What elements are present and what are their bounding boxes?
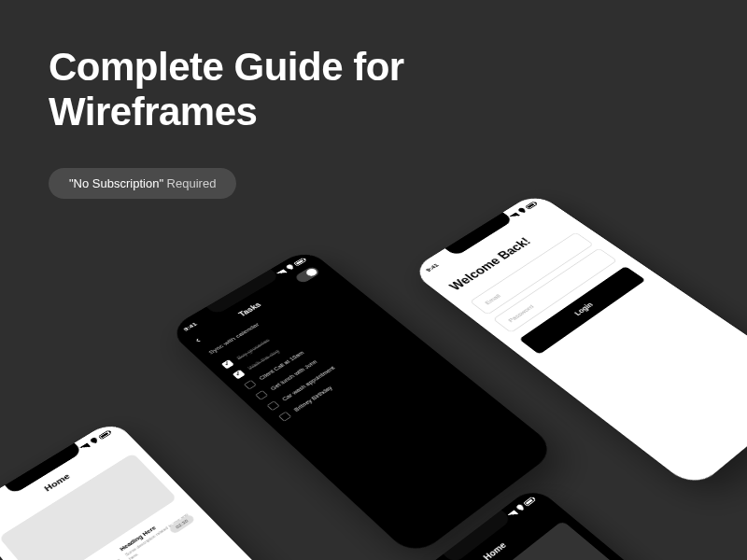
wifi-icon	[89, 438, 99, 445]
status-time: 9:41	[182, 321, 199, 332]
email-placeholder: Email	[483, 293, 501, 306]
task-checkbox[interactable]	[221, 359, 234, 369]
wifi-icon	[285, 264, 295, 271]
login-button-label: Login	[572, 301, 595, 317]
signal-icon	[276, 269, 287, 276]
status-indicators	[509, 202, 537, 219]
task-checkbox[interactable]	[233, 370, 246, 379]
page-title: Tasks	[237, 301, 262, 317]
wifi-icon	[517, 207, 527, 214]
task-checkbox[interactable]	[244, 380, 257, 390]
signal-icon	[79, 442, 90, 451]
battery-icon	[98, 430, 111, 440]
status-indicators	[508, 497, 536, 518]
task-checkbox[interactable]	[255, 390, 268, 400]
battery-icon	[523, 497, 536, 507]
signal-icon	[509, 212, 519, 218]
phone-mockup-scene: 9:41 Home Heading Here Some description …	[0, 0, 747, 560]
sync-toggle[interactable]	[294, 266, 321, 285]
wifi-icon	[515, 504, 525, 511]
back-button[interactable]: ‹	[192, 336, 203, 344]
task-checkbox[interactable]	[278, 412, 291, 422]
battery-icon	[525, 202, 538, 210]
task-checkbox[interactable]	[266, 400, 279, 411]
status-time: 9:41	[424, 262, 440, 273]
battery-icon	[293, 258, 306, 266]
signal-icon	[508, 510, 518, 518]
task-item[interactable]: Get lunch with John	[255, 317, 383, 399]
password-placeholder: Password	[506, 303, 535, 323]
